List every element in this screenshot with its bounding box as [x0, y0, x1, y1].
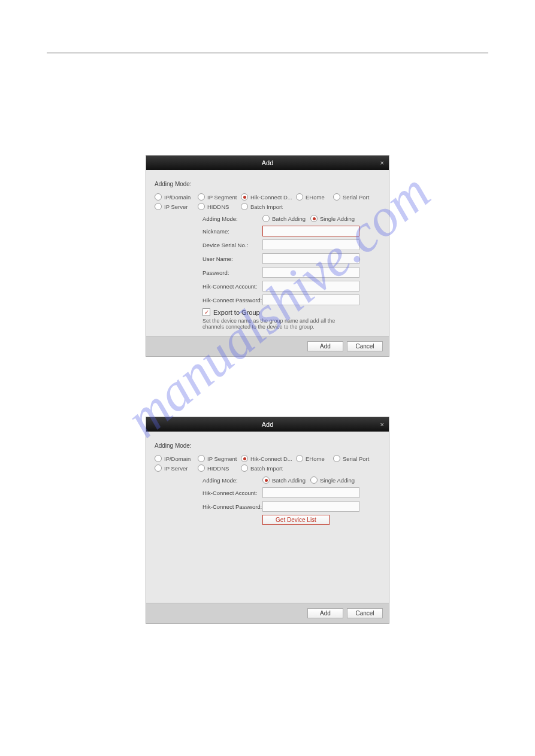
- hc-account-input[interactable]: [262, 487, 359, 498]
- hc-account-label: Hik-Connect Account:: [202, 283, 262, 290]
- export-checkbox[interactable]: [202, 308, 210, 316]
- radio-hik-connect[interactable]: Hik-Connect D...: [241, 455, 296, 462]
- radio-ip-segment[interactable]: IP Segment: [198, 193, 241, 201]
- dialog-titlebar: Add ×: [146, 156, 389, 170]
- close-icon[interactable]: ×: [380, 417, 384, 432]
- adding-mode-label: Adding Mode:: [155, 181, 380, 187]
- add-button[interactable]: Add: [307, 341, 343, 351]
- cancel-button[interactable]: Cancel: [347, 341, 383, 351]
- radio-batch-adding[interactable]: Batch Adding: [262, 476, 310, 484]
- serial-input[interactable]: [262, 239, 359, 250]
- mode-row-1: IP/Domain IP Segment Hik-Connect D... EH…: [155, 455, 380, 462]
- radio-ip-domain[interactable]: IP/Domain: [155, 193, 198, 201]
- radio-serial-port[interactable]: Serial Port: [333, 455, 375, 462]
- add-button[interactable]: Add: [307, 608, 343, 618]
- mode-row-1: IP/Domain IP Segment Hik-Connect D... EH…: [155, 193, 380, 201]
- hc-password-input[interactable]: [262, 294, 359, 305]
- radio-batch-import[interactable]: Batch Import: [241, 203, 296, 210]
- dialog-footer: Add Cancel: [146, 603, 389, 623]
- hc-password-input[interactable]: [262, 501, 359, 512]
- export-label: Export to Group: [213, 309, 260, 316]
- add-dialog-batch: Add × Adding Mode: IP/Domain IP Segment …: [146, 417, 389, 624]
- cancel-button[interactable]: Cancel: [347, 608, 383, 618]
- radio-hiddns[interactable]: HIDDNS: [198, 203, 241, 210]
- dialog-footer: Add Cancel: [146, 336, 389, 356]
- hc-password-label: Hik-Connect Password:: [202, 503, 262, 510]
- sub-mode-label: Adding Mode:: [202, 477, 262, 484]
- radio-hiddns[interactable]: HIDDNS: [198, 464, 241, 472]
- hc-account-label: Hik-Connect Account:: [202, 490, 262, 496]
- header-rule: [47, 53, 488, 53]
- sub-mode-label: Adding Mode:: [202, 215, 262, 222]
- radio-serial-port[interactable]: Serial Port: [333, 193, 375, 201]
- radio-batch-adding[interactable]: Batch Adding: [262, 215, 310, 222]
- dialog-title: Add: [262, 159, 274, 166]
- mode-row-2: IP Server HIDDNS Batch Import: [155, 464, 380, 472]
- form-area: Adding Mode: Batch Adding Single Adding …: [202, 476, 380, 525]
- dialog-titlebar: Add ×: [146, 417, 389, 432]
- radio-batch-import[interactable]: Batch Import: [241, 464, 296, 472]
- add-dialog-single: Add × Adding Mode: IP/Domain IP Segment …: [146, 155, 389, 357]
- nickname-label: Nickname:: [202, 228, 262, 235]
- nickname-input[interactable]: [262, 226, 359, 236]
- radio-ip-domain[interactable]: IP/Domain: [155, 455, 198, 462]
- adding-mode-label: Adding Mode:: [155, 442, 380, 449]
- hc-password-label: Hik-Connect Password:: [202, 297, 262, 303]
- form-area: Adding Mode: Batch Adding Single Adding …: [202, 215, 380, 330]
- radio-hik-connect[interactable]: Hik-Connect D...: [241, 193, 296, 201]
- username-label: User Name:: [202, 256, 262, 262]
- hc-account-input[interactable]: [262, 281, 359, 292]
- radio-single-adding[interactable]: Single Adding: [310, 476, 355, 484]
- radio-ehome[interactable]: EHome: [296, 193, 333, 201]
- username-input[interactable]: [262, 253, 359, 264]
- dialog-body: Adding Mode: IP/Domain IP Segment Hik-Co…: [146, 432, 389, 603]
- password-input[interactable]: [262, 267, 359, 278]
- radio-ehome[interactable]: EHome: [296, 455, 333, 462]
- radio-ip-segment[interactable]: IP Segment: [198, 455, 241, 462]
- radio-ip-server[interactable]: IP Server: [155, 464, 198, 472]
- radio-single-adding[interactable]: Single Adding: [310, 215, 355, 222]
- mode-row-2: IP Server HIDDNS Batch Import: [155, 203, 380, 210]
- help-text: Set the device name as the group name an…: [202, 318, 352, 330]
- export-checkbox-row[interactable]: Export to Group: [202, 308, 380, 316]
- close-icon[interactable]: ×: [380, 156, 384, 170]
- get-device-list-button[interactable]: Get Device List: [262, 515, 330, 525]
- radio-ip-server[interactable]: IP Server: [155, 203, 198, 210]
- dialog-title: Add: [262, 421, 274, 428]
- password-label: Password:: [202, 269, 262, 276]
- dialog-body: Adding Mode: IP/Domain IP Segment Hik-Co…: [146, 170, 389, 336]
- serial-label: Device Serial No.:: [202, 242, 262, 248]
